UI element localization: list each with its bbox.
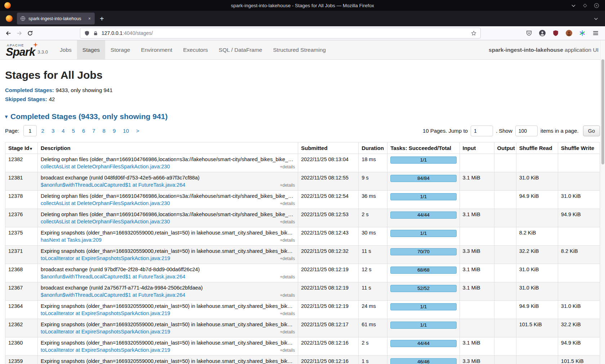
stage-row: 12362 Expiring snapshots (older_than=166… [5, 319, 600, 337]
minimize-button[interactable] [570, 3, 576, 8]
spark-star-icon [33, 42, 38, 47]
items-per-page-input[interactable] [515, 126, 538, 136]
container-extension-icon[interactable] [579, 29, 586, 37]
stage-callsite-link[interactable]: $anonfun$withThreadLocalCaptured$1 at Fu… [41, 292, 185, 298]
back-button[interactable] [3, 28, 14, 38]
header-submitted[interactable]: Submitted [298, 142, 358, 154]
shuffle-write-cell: 32.2 KiB [558, 319, 600, 337]
header-input[interactable]: Input [460, 142, 494, 154]
details-toggle[interactable]: +details [276, 329, 295, 335]
stage-callsite-link[interactable]: toLocalIterator at ExpireSnapshotsSparkA… [41, 310, 170, 316]
stage-row: 12367 broadcast exchange (runId 2a75677f… [5, 282, 600, 301]
tasks-progress-bar: 52/52 [390, 285, 456, 292]
stage-id-cell: 12371 [5, 246, 38, 264]
lock-icon[interactable] [93, 31, 98, 36]
spark-nav-item[interactable]: Jobs [54, 40, 77, 59]
close-button[interactable] [593, 3, 599, 8]
spark-nav-item[interactable]: Environment [135, 40, 178, 59]
header-shuffle-write[interactable]: Shuffle Write [558, 142, 600, 154]
header-shuffle-read[interactable]: Shuffle Read [516, 142, 558, 154]
details-toggle[interactable]: +details [276, 293, 295, 298]
tab-close-button[interactable]: × [88, 16, 91, 21]
stage-id-cell: 12378 [5, 191, 38, 209]
header-tasks[interactable]: Tasks: Succeeded/Total [387, 142, 460, 154]
page-number-link[interactable]: 2 [38, 126, 48, 136]
spark-nav-item[interactable]: Stages [77, 40, 105, 59]
output-cell [494, 356, 516, 364]
spark-nav-item[interactable]: Executors [178, 40, 213, 59]
completed-stages-section-header[interactable]: ▾ Completed Stages (9433, only showing 9… [5, 112, 600, 121]
summary-label-link[interactable]: Skipped Stages: [5, 96, 47, 102]
stage-callsite-link[interactable]: collectAsList at DeleteOrphanFilesSparkA… [41, 200, 170, 206]
header-duration[interactable]: Duration [359, 142, 387, 154]
forward-button[interactable] [14, 28, 24, 38]
details-toggle[interactable]: +details [276, 201, 295, 206]
shuffle-read-cell: 31.0 KiB [516, 282, 558, 301]
pocket-icon[interactable] [525, 29, 533, 37]
ublock-shield-icon[interactable] [552, 29, 559, 37]
stage-callsite-link[interactable]: toLocalIterator at ExpireSnapshotsSparkA… [41, 347, 170, 353]
firefox-view-button[interactable] [6, 15, 13, 22]
stage-description: Expiring snapshots (older_than=166932055… [41, 248, 295, 254]
page-number-link[interactable]: 9 [109, 126, 119, 136]
stage-callsite-link[interactable]: $anonfun$withThreadLocalCaptured$1 at Fu… [41, 274, 185, 279]
browser-tab[interactable]: spark-ingest-into-lakehous × [17, 13, 95, 24]
spark-nav-item[interactable]: Storage [105, 40, 135, 59]
tasks-progress-bar: 1/1 [390, 303, 456, 310]
stage-callsite-link[interactable]: collectAsList at DeleteOrphanFilesSparkA… [41, 164, 170, 169]
details-toggle[interactable]: +details [276, 219, 295, 224]
all-tabs-chevron-button[interactable] [593, 16, 599, 21]
stage-callsite-link[interactable]: collectAsList at DeleteOrphanFilesSparkA… [41, 219, 170, 224]
shuffle-write-cell: 94.9 KiB [558, 209, 600, 227]
header-stage-id[interactable]: Stage Id▾ [5, 142, 38, 154]
tasks-cell: 1/1 [387, 319, 460, 337]
tracking-protection-shield-icon[interactable] [84, 31, 90, 36]
next-page-link[interactable]: > [133, 126, 143, 136]
bookmark-star-icon[interactable] [471, 31, 476, 36]
page-number-link[interactable]: 8 [99, 126, 109, 136]
jump-to-page-input[interactable] [471, 126, 493, 136]
description-cell: broadcast exchange (runId 048fd06f-d753-… [38, 172, 298, 191]
details-toggle[interactable]: +details [276, 274, 295, 279]
stages-page: Stages for All Jobs Completed Stages:943… [0, 69, 605, 364]
page-number-link[interactable]: 10 [119, 126, 133, 136]
header-description[interactable]: Description [38, 142, 298, 154]
profile-avatar-icon[interactable] [565, 29, 573, 37]
stage-callsite-link[interactable]: $anonfun$withThreadLocalCaptured$1 at Fu… [41, 182, 185, 188]
details-toggle[interactable]: +details [276, 348, 295, 353]
tasks-progress-bar: 70/70 [390, 248, 456, 255]
page-number-link[interactable]: 3 [48, 126, 58, 136]
app-menu-button[interactable] [592, 29, 599, 37]
input-cell [460, 191, 494, 209]
details-toggle[interactable]: +details [276, 256, 295, 261]
spark-nav-item[interactable]: SQL / DataFrame [213, 40, 268, 59]
summary-label-link[interactable]: Completed Stages: [5, 87, 54, 93]
duration-cell: 11 s [359, 282, 387, 301]
stage-callsite-link[interactable]: toLocalIterator at ExpireSnapshotsSparkA… [41, 255, 170, 261]
output-cell [494, 154, 516, 172]
page-number-link[interactable]: 5 [68, 126, 79, 136]
shuffle-read-cell: 31.0 KiB [516, 172, 558, 191]
stage-callsite-link[interactable]: hasNext at Tasks.java:209 [41, 237, 102, 243]
url-bar[interactable]: 127.0.0.1:4040/stages/ [80, 28, 481, 38]
application-name: spark-ingest-into-lakehouse [489, 47, 563, 53]
go-button[interactable]: Go [583, 126, 600, 136]
page-number-link[interactable]: 7 [89, 126, 99, 136]
reload-button[interactable] [24, 28, 35, 38]
details-toggle[interactable]: +details [276, 311, 295, 316]
details-toggle[interactable]: +details [276, 164, 295, 169]
pagination-controls: 10 Pages. Jump to . Show items in a page… [423, 126, 600, 136]
page-number-link[interactable]: 4 [58, 126, 68, 136]
new-tab-button[interactable]: + [100, 15, 104, 22]
stage-row: 12376 Deleting orphan files (older_than=… [5, 209, 600, 227]
scrollbar-thumb[interactable] [601, 59, 604, 164]
stage-id-cell: 12367 [5, 282, 38, 301]
details-toggle[interactable]: +details [276, 238, 295, 243]
account-icon[interactable] [539, 29, 546, 37]
header-output[interactable]: Output [494, 142, 516, 154]
maximize-button[interactable] [582, 3, 588, 8]
page-number-link[interactable]: 6 [79, 126, 89, 136]
spark-nav-item[interactable]: Structured Streaming [268, 40, 331, 59]
stage-callsite-link[interactable]: toLocalIterator at ExpireSnapshotsSparkA… [41, 329, 170, 335]
details-toggle[interactable]: +details [276, 183, 295, 188]
